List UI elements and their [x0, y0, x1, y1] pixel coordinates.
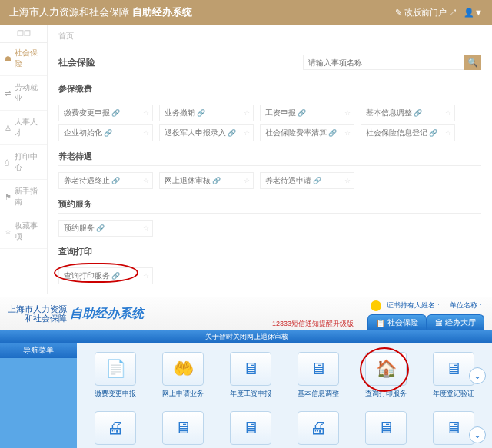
- chevron-down-icon[interactable]: ⌄: [469, 426, 486, 443]
- tile-icon: 📄: [105, 359, 126, 379]
- star-icon[interactable]: ☆: [344, 177, 351, 184]
- tile-icon: 🖥: [175, 418, 191, 438]
- avatar-icon: [371, 300, 381, 311]
- service-tile[interactable]: 📄缴费变更申报: [93, 352, 138, 399]
- service-card[interactable]: 基本信息调整🔗☆: [361, 105, 455, 121]
- search-icon: 🔍: [467, 58, 478, 68]
- sidebar-item-guide[interactable]: ⚑新手指南: [0, 180, 47, 214]
- sidebar: ❐❐ ☗社会保险 ⇌劳动就业 ♙人事人才 ⎙打印中心 ⚑新手指南 ☆收藏事项: [0, 25, 48, 294]
- notice-bar[interactable]: ·关于暂时关闭网上退休审核: [0, 330, 492, 343]
- tile-row-2: 🖨养老待遇申报🖥数据采集🖥人员信息维护🖨工资专项审计🖥批量申报🖥预约服务⌄: [85, 411, 484, 448]
- link-icon: 🔗: [197, 109, 205, 117]
- star-icon[interactable]: ☆: [445, 129, 451, 137]
- link-icon: 🔗: [313, 177, 321, 184]
- service-card[interactable]: 预约服务🔗☆: [58, 220, 153, 237]
- star-icon[interactable]: ☆: [143, 272, 149, 280]
- edit-portal-link[interactable]: ✎ 改版前门户 ↗: [395, 7, 457, 18]
- service-tile[interactable]: 🤲网上申请业务: [161, 352, 205, 399]
- tile-icon: 🖥: [445, 359, 462, 379]
- sys-name: 自助经办系统: [132, 5, 192, 19]
- service-card[interactable]: 业务撤销🔗☆: [159, 105, 254, 121]
- link-icon: 🔗: [96, 224, 105, 232]
- tile-icon: 🏠: [376, 359, 397, 379]
- chevron-down-icon[interactable]: ⌄: [469, 367, 486, 384]
- service-card[interactable]: 工资申报🔗☆: [260, 105, 354, 121]
- cert-info: 证书持有人姓名： 单位名称：: [371, 300, 484, 311]
- service-card[interactable]: 查询打印服务🔗☆: [58, 267, 153, 284]
- user-icon: 👤: [464, 8, 474, 17]
- legacy-nav-panel[interactable]: [0, 358, 77, 448]
- link-icon: 🔗: [212, 177, 221, 184]
- service-tile[interactable]: 🏠查询打印服务: [364, 352, 408, 399]
- sidebar-item-fav[interactable]: ☆收藏事项: [0, 214, 47, 249]
- star-icon[interactable]: ☆: [244, 129, 250, 137]
- tile-icon: 🖨: [107, 418, 124, 438]
- star-icon[interactable]: ☆: [143, 177, 149, 184]
- tile-label: 缴费变更申报: [93, 389, 138, 399]
- apps-icon[interactable]: ❐❐: [0, 25, 47, 43]
- service-tile[interactable]: 🖥年度工资申报: [228, 352, 273, 399]
- tile-label: 基本信息调整: [296, 389, 341, 399]
- link-icon: 🔗: [414, 109, 422, 117]
- star-icon[interactable]: ☆: [344, 109, 351, 117]
- tile-row-1: 📄缴费变更申报🤲网上申请业务🖥年度工资申报🖥基本信息调整🏠查询打印服务🖥年度登记…: [85, 352, 484, 399]
- breadcrumb[interactable]: 首页: [48, 25, 492, 48]
- service-tile[interactable]: 🖨工资专项审计: [296, 411, 341, 448]
- tab-social-ins[interactable]: 📋 社会保险: [367, 314, 427, 330]
- group-title: 养老待遇: [48, 143, 492, 165]
- legacy-header: 上海市人力资源 和社会保障 自助经办系统 证书持有人姓名： 单位名称： 1233…: [0, 297, 492, 330]
- link-icon: 🔗: [111, 272, 120, 280]
- sidebar-item-hr[interactable]: ♙人事人才: [0, 111, 47, 145]
- top-header: 上海市人力资源和社会保障 自助经办系统 ✎ 改版前门户 ↗ 👤▼: [0, 0, 492, 25]
- tile-label: 年度工资申报: [228, 389, 273, 399]
- edit-icon: ✎: [395, 8, 402, 17]
- tab-hall[interactable]: 🏛 经办大厅: [427, 314, 484, 330]
- legacy-nav: 导航菜单: [0, 343, 77, 448]
- user-menu[interactable]: 👤▼: [464, 8, 483, 18]
- service-tile[interactable]: 🖥批量申报: [364, 411, 408, 448]
- group-title: 查询打印: [48, 238, 492, 261]
- star-icon[interactable]: ☆: [143, 109, 149, 117]
- legacy-system: 上海市人力资源 和社会保障 自助经办系统 证书持有人姓名： 单位名称： 1233…: [0, 297, 492, 448]
- service-card[interactable]: 社会保险费率清算🔗☆: [260, 124, 354, 141]
- search-input[interactable]: [303, 55, 464, 70]
- service-tile[interactable]: 🖥基本信息调整: [296, 352, 341, 399]
- link-icon: 🔗: [328, 129, 337, 137]
- star-icon[interactable]: ☆: [445, 109, 451, 117]
- hotline-link[interactable]: 12333短信通知提醒升级版: [272, 319, 354, 329]
- tile-icon: 🖥: [377, 418, 394, 438]
- star-icon[interactable]: ☆: [143, 224, 149, 232]
- service-tile[interactable]: 🖥人员信息维护: [228, 411, 273, 448]
- tile-icon: 🤲: [173, 359, 194, 379]
- star-icon[interactable]: ☆: [244, 177, 250, 184]
- legacy-org-line1: 上海市人力资源: [8, 305, 67, 314]
- service-card[interactable]: 退役军人申报录入🔗☆: [159, 124, 254, 141]
- service-card[interactable]: 养老待遇申请🔗☆: [260, 172, 354, 189]
- service-tile[interactable]: 🖥预约服务: [431, 411, 476, 448]
- link-icon: 🔗: [429, 129, 437, 137]
- tile-label: 网上申请业务: [161, 389, 205, 399]
- star-icon[interactable]: ☆: [143, 129, 149, 137]
- star-icon[interactable]: ☆: [244, 109, 250, 117]
- tile-label: 年度登记验证: [431, 389, 476, 399]
- service-card[interactable]: 企业初始化🔗☆: [58, 124, 153, 141]
- service-tile[interactable]: 🖨养老待遇申报: [93, 411, 138, 448]
- tile-icon: 🖥: [445, 418, 462, 438]
- tile-icon: 🖨: [310, 418, 327, 438]
- service-card[interactable]: 社会保险信息登记🔗☆: [361, 124, 455, 141]
- link-icon: 🔗: [104, 129, 112, 137]
- sidebar-item-social-ins[interactable]: ☗社会保险: [0, 43, 47, 76]
- service-tile[interactable]: 🖥数据采集: [161, 411, 205, 448]
- tile-icon: 🖥: [310, 359, 327, 379]
- sidebar-item-print[interactable]: ⎙打印中心: [0, 145, 47, 180]
- sidebar-item-labor[interactable]: ⇌劳动就业: [0, 76, 47, 111]
- service-card[interactable]: 养老待遇终止🔗☆: [58, 172, 153, 189]
- service-card[interactable]: 网上退休审核🔗☆: [159, 172, 254, 189]
- star-icon[interactable]: ☆: [344, 129, 351, 137]
- link-icon: 🔗: [228, 129, 236, 137]
- service-card[interactable]: 缴费变更申报🔗☆: [58, 105, 153, 121]
- tile-icon: 🖥: [242, 418, 259, 438]
- legacy-nav-title: 导航菜单: [0, 343, 77, 358]
- org-name: 上海市人力资源和社会保障: [9, 5, 129, 19]
- search-button[interactable]: 🔍: [464, 55, 481, 70]
